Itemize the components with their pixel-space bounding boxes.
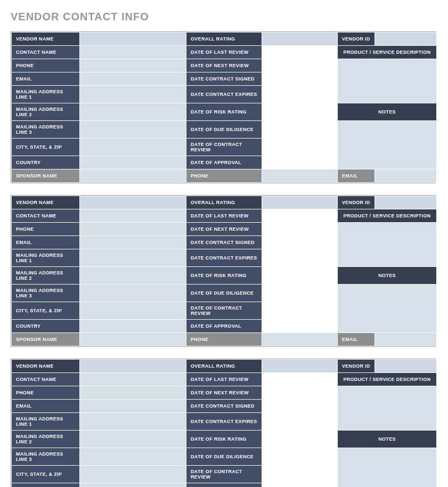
input-product-desc[interactable] <box>338 58 436 102</box>
label-mailing1: MAILING ADDRESS LINE 1 <box>12 249 80 267</box>
label-date-risk-rating: DATE OF RISK RATING <box>186 267 262 285</box>
input-city-state-zip[interactable] <box>80 139 186 156</box>
input-email[interactable] <box>80 236 186 249</box>
label-mailing2: MAILING ADDRESS LINE 2 <box>12 431 80 448</box>
input-mailing2[interactable] <box>80 431 186 448</box>
input-date-due-diligence[interactable] <box>262 448 337 465</box>
input-overall-rating-cell <box>262 196 338 209</box>
input-date-next-review[interactable] <box>262 223 337 236</box>
input-contact-name[interactable] <box>80 373 186 386</box>
label-overall-rating: OVERALL RATING <box>186 360 262 373</box>
label-date-last-review: DATE OF LAST REVIEW <box>186 209 262 223</box>
input-mailing3[interactable] <box>80 121 186 138</box>
input-date-contract-signed[interactable] <box>262 400 337 412</box>
input-notes[interactable] <box>338 283 436 331</box>
input-sponsor-phone[interactable] <box>262 333 337 346</box>
label-date-contract-signed: DATE CONTRACT SIGNED <box>186 236 262 249</box>
label-date-contract-review: DATE OF CONTRACT REVIEW <box>186 466 262 483</box>
input-sponsor-email[interactable] <box>375 169 436 182</box>
input-mailing3[interactable] <box>80 285 186 302</box>
input-contact-name[interactable] <box>80 46 186 59</box>
input-phone[interactable] <box>80 223 186 236</box>
input-mailing1[interactable] <box>80 249 186 266</box>
input-vendor-name-cell <box>80 196 186 209</box>
input-overall-rating[interactable] <box>262 196 337 209</box>
input-date-approval[interactable] <box>262 483 337 487</box>
input-date-next-review[interactable] <box>262 59 337 72</box>
input-date-contract-review[interactable] <box>262 466 337 483</box>
input-notes[interactable] <box>338 120 436 168</box>
input-date-contract-review[interactable] <box>262 139 337 156</box>
input-phone[interactable] <box>80 386 186 399</box>
input-sponsor-name[interactable] <box>80 169 186 182</box>
label-email: EMAIL <box>12 400 80 413</box>
input-city-state-zip[interactable] <box>80 302 186 319</box>
input-country[interactable] <box>80 483 186 487</box>
input-date-contract-expires[interactable] <box>262 249 337 266</box>
input-sponsor-email[interactable] <box>375 333 436 346</box>
input-country[interactable] <box>80 156 186 169</box>
label-date-last-review: DATE OF LAST REVIEW <box>186 373 262 386</box>
label-product-desc: PRODUCT / SERVICE DESCRIPTION <box>338 209 437 223</box>
input-mailing3[interactable] <box>80 448 186 465</box>
label-mailing2: MAILING ADDRESS LINE 2 <box>12 103 80 121</box>
label-date-contract-review: DATE OF CONTRACT REVIEW <box>186 302 262 320</box>
label-date-due-diligence: DATE OF DUE DILIGENCE <box>186 448 262 466</box>
input-date-risk-rating[interactable] <box>262 267 337 284</box>
label-mailing2: MAILING ADDRESS LINE 2 <box>12 267 80 285</box>
label-date-next-review: DATE OF NEXT REVIEW <box>186 59 262 72</box>
label-sponsor-email: EMAIL <box>338 333 375 346</box>
label-city-state-zip: CITY, STATE, & ZIP <box>12 139 80 156</box>
input-date-due-diligence[interactable] <box>262 121 337 138</box>
label-city-state-zip: CITY, STATE, & ZIP <box>12 466 80 483</box>
input-city-state-zip[interactable] <box>80 466 186 483</box>
label-date-approval: DATE OF APPROVAL <box>186 320 262 333</box>
input-email[interactable] <box>80 400 186 412</box>
input-date-approval[interactable] <box>262 156 337 169</box>
input-date-contract-review[interactable] <box>262 302 337 319</box>
input-date-last-review[interactable] <box>262 373 337 386</box>
input-date-contract-expires[interactable] <box>262 413 337 430</box>
input-sponsor-name[interactable] <box>80 333 186 346</box>
input-phone[interactable] <box>80 59 186 72</box>
input-vendor-id[interactable] <box>375 196 436 209</box>
label-vendor-name: VENDOR NAME <box>12 196 80 209</box>
input-date-due-diligence[interactable] <box>262 285 337 302</box>
input-product-desc[interactable] <box>338 385 436 429</box>
input-country[interactable] <box>80 320 186 332</box>
input-date-last-review[interactable] <box>262 209 337 222</box>
input-mailing1[interactable] <box>80 86 186 103</box>
label-date-due-diligence: DATE OF DUE DILIGENCE <box>186 121 262 139</box>
input-email[interactable] <box>80 72 186 85</box>
input-contact-name[interactable] <box>80 209 186 222</box>
input-vendor-name[interactable] <box>80 33 186 45</box>
input-date-risk-rating[interactable] <box>262 431 337 448</box>
label-notes: NOTES <box>338 431 437 448</box>
input-vendor-name[interactable] <box>80 360 186 372</box>
label-sponsor-phone: PHONE <box>186 333 262 346</box>
label-date-contract-expires: DATE CONTRACT EXPIRES <box>186 413 262 431</box>
label-vendor-name: VENDOR NAME <box>12 360 80 373</box>
label-date-contract-expires: DATE CONTRACT EXPIRES <box>186 249 262 267</box>
input-date-contract-signed[interactable] <box>262 72 337 85</box>
input-vendor-name[interactable] <box>80 196 186 209</box>
input-date-next-review[interactable] <box>262 386 337 399</box>
input-product-desc[interactable] <box>338 222 436 265</box>
input-vendor-id[interactable] <box>375 33 436 45</box>
input-vendor-id-cell <box>375 360 437 373</box>
input-vendor-id[interactable] <box>375 360 436 372</box>
input-mailing1[interactable] <box>80 413 186 430</box>
input-sponsor-phone[interactable] <box>262 169 337 182</box>
input-date-contract-signed[interactable] <box>262 236 337 249</box>
input-overall-rating[interactable] <box>262 360 337 372</box>
input-date-last-review[interactable] <box>262 46 337 59</box>
input-date-risk-rating[interactable] <box>262 103 337 120</box>
input-mailing2[interactable] <box>80 103 186 120</box>
label-vendor-name: VENDOR NAME <box>12 33 80 46</box>
input-mailing2[interactable] <box>80 267 186 284</box>
input-overall-rating[interactable] <box>262 33 337 45</box>
input-date-contract-expires[interactable] <box>262 86 337 103</box>
input-overall-rating-cell <box>262 33 338 46</box>
input-notes[interactable] <box>338 447 436 487</box>
input-date-approval[interactable] <box>262 320 337 332</box>
